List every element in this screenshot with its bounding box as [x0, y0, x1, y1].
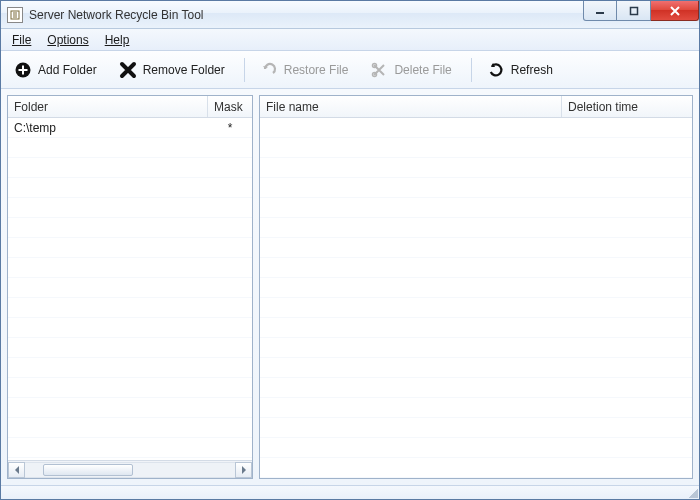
refresh-label: Refresh	[511, 63, 553, 77]
plus-circle-icon	[14, 61, 32, 79]
svg-rect-4	[596, 12, 604, 14]
svg-rect-8	[19, 69, 28, 71]
x-icon	[119, 61, 137, 79]
scroll-track[interactable]	[25, 462, 235, 478]
chevron-right-icon	[241, 466, 247, 474]
menu-file[interactable]: File	[5, 31, 38, 49]
refresh-button[interactable]: Refresh	[480, 56, 564, 84]
horizontal-scrollbar[interactable]	[8, 460, 252, 478]
toolbar: Add Folder Remove Folder Restore File De…	[1, 51, 699, 89]
folder-column-headers: Folder Mask	[8, 96, 252, 118]
chevron-left-icon	[14, 466, 20, 474]
cell-folder: C:\temp	[8, 121, 208, 135]
undo-icon	[260, 61, 278, 79]
toolbar-separator	[471, 58, 472, 82]
menu-file-label: File	[12, 33, 31, 47]
minimize-icon	[595, 6, 605, 16]
menu-help-label: Help	[105, 33, 130, 47]
menu-bar: File Options Help	[1, 29, 699, 51]
menu-help[interactable]: Help	[98, 31, 137, 49]
column-header-mask[interactable]: Mask	[208, 96, 252, 117]
refresh-icon	[487, 61, 505, 79]
add-folder-label: Add Folder	[38, 63, 97, 77]
cell-mask: *	[208, 121, 252, 135]
maximize-icon	[629, 6, 639, 16]
remove-folder-label: Remove Folder	[143, 63, 225, 77]
file-column-headers: File name Deletion time	[260, 96, 692, 118]
folder-rows[interactable]: C:\temp *	[8, 118, 252, 460]
window-controls	[583, 1, 699, 28]
scroll-right-button[interactable]	[235, 462, 252, 478]
scroll-thumb[interactable]	[43, 464, 133, 476]
delete-file-button[interactable]: Delete File	[363, 56, 462, 84]
file-list-pane: File name Deletion time	[259, 95, 693, 479]
scroll-left-button[interactable]	[8, 462, 25, 478]
folder-list-pane: Folder Mask C:\temp *	[7, 95, 253, 479]
close-icon	[669, 6, 681, 16]
maximize-button[interactable]	[617, 1, 651, 21]
scissors-icon	[370, 61, 388, 79]
file-rows[interactable]	[260, 118, 692, 478]
app-window: Server Network Recycle Bin Tool File Opt…	[0, 0, 700, 500]
title-bar: Server Network Recycle Bin Tool	[1, 1, 699, 29]
svg-rect-5	[630, 7, 637, 14]
restore-file-button[interactable]: Restore File	[253, 56, 360, 84]
add-folder-button[interactable]: Add Folder	[7, 56, 108, 84]
menu-options-label: Options	[47, 33, 88, 47]
window-title: Server Network Recycle Bin Tool	[29, 8, 583, 22]
minimize-button[interactable]	[583, 1, 617, 21]
restore-file-label: Restore File	[284, 63, 349, 77]
main-area: Folder Mask C:\temp *	[1, 89, 699, 485]
menu-options[interactable]: Options	[40, 31, 95, 49]
table-row[interactable]: C:\temp *	[8, 118, 252, 138]
status-bar	[1, 485, 699, 499]
resize-grip-icon[interactable]	[686, 486, 698, 498]
remove-folder-button[interactable]: Remove Folder	[112, 56, 236, 84]
app-icon	[7, 7, 23, 23]
column-header-deletion-time[interactable]: Deletion time	[562, 96, 692, 117]
column-header-file-name[interactable]: File name	[260, 96, 562, 117]
delete-file-label: Delete File	[394, 63, 451, 77]
column-header-folder[interactable]: Folder	[8, 96, 208, 117]
close-button[interactable]	[651, 1, 699, 21]
toolbar-separator	[244, 58, 245, 82]
